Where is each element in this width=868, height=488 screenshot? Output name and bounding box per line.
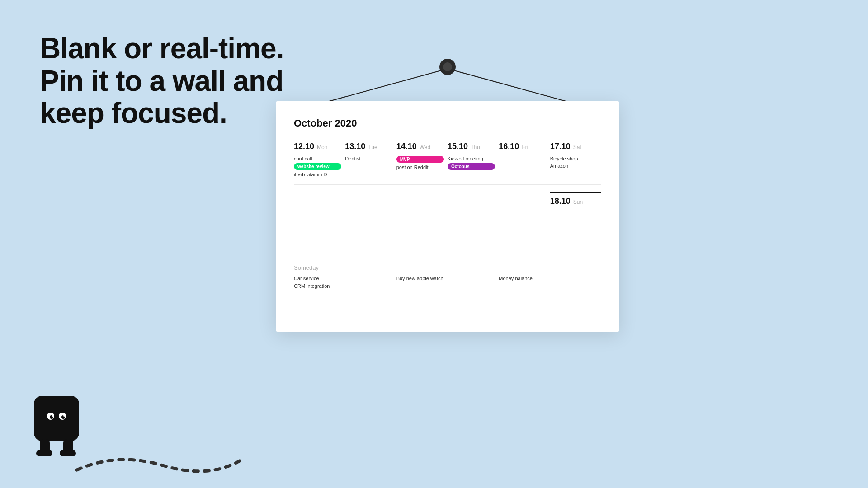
calendar-days-grid: 12.10Monconf callwebsite reviewiherb vit… — [294, 142, 601, 185]
someday-col-0: Car serviceCRM integration — [294, 276, 396, 289]
event-badge: MVP — [396, 156, 444, 163]
someday-col-2: Money balance — [499, 276, 601, 289]
svg-rect-14 — [60, 450, 76, 456]
day-col-18.10: 18.10Sun — [550, 192, 601, 211]
event-badge: Octopus — [448, 163, 495, 170]
someday-section: Someday Car serviceCRM integrationBuy ne… — [294, 256, 601, 289]
event-text: iherb vitamin D — [294, 172, 341, 177]
event-text: Amazon — [550, 163, 598, 169]
event-text: Dentist — [345, 156, 392, 161]
day-number-15.10: 15.10 — [448, 142, 468, 151]
calendar-month: October 2020 — [294, 117, 601, 129]
someday-item: Buy new apple watch — [396, 276, 499, 281]
mascot — [27, 391, 86, 461]
svg-point-2 — [439, 59, 456, 75]
event-text: conf call — [294, 156, 341, 161]
day-name-17.10: Sat — [573, 144, 581, 150]
day-col-14.10: 14.10WedMVPpost on Reddit — [396, 142, 448, 177]
hero-heading: Blank or real-time. Pin it to a wall and… — [40, 33, 293, 130]
event-text: post on Reddit — [396, 164, 444, 170]
someday-item: Car service — [294, 276, 396, 281]
day-col-12.10: 12.10Monconf callwebsite reviewiherb vit… — [294, 142, 345, 177]
event-text: Kick-off meeting — [448, 156, 495, 161]
someday-grid: Car serviceCRM integrationBuy new apple … — [294, 276, 601, 289]
svg-rect-13 — [36, 450, 52, 456]
event-text: Bicycle shop — [550, 156, 598, 161]
day-number-12.10: 12.10 — [294, 142, 314, 151]
someday-label: Someday — [294, 264, 601, 271]
day-col-17.10: 17.10SatBicycle shopAmazon — [550, 142, 601, 177]
hanger-decoration — [276, 45, 619, 108]
day-number-18.10: 18.10 — [550, 197, 571, 206]
event-badge: website review — [294, 163, 341, 170]
svg-point-3 — [443, 62, 452, 71]
day-col-15.10: 15.10ThuKick-off meetingOctopus — [448, 142, 499, 177]
day-col-16.10: 16.10Fri — [499, 142, 550, 177]
day-name-16.10: Fri — [522, 144, 528, 150]
day-name-12.10: Mon — [317, 144, 327, 150]
day-number-17.10: 17.10 — [550, 142, 571, 151]
day-number-14.10: 14.10 — [396, 142, 417, 151]
day-number-16.10: 16.10 — [499, 142, 519, 151]
someday-item: Money balance — [499, 276, 601, 281]
calendar-second-row: 18.10Sun — [294, 185, 601, 256]
day-col-13.10: 13.10TueDentist — [345, 142, 396, 177]
day-number-13.10: 13.10 — [345, 142, 365, 151]
day-name-18.10: Sun — [573, 199, 583, 205]
someday-col-1: Buy new apple watch — [396, 276, 499, 289]
hero-text-block: Blank or real-time. Pin it to a wall and… — [40, 33, 293, 130]
day-name-13.10: Tue — [368, 144, 377, 150]
calendar-card: October 2020 12.10Monconf callwebsite re… — [276, 101, 619, 332]
day-name-15.10: Thu — [471, 144, 480, 150]
svg-point-9 — [52, 415, 53, 417]
day-name-14.10: Wed — [420, 144, 430, 150]
svg-point-10 — [63, 415, 65, 417]
svg-rect-4 — [34, 396, 79, 441]
someday-item: CRM integration — [294, 283, 396, 289]
